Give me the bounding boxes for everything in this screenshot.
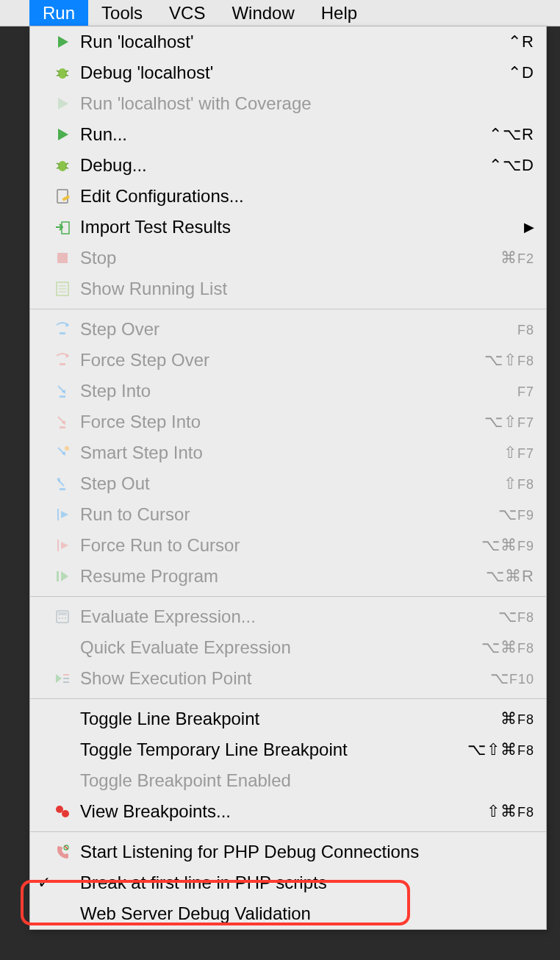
menu-item-label: Smart Step Into <box>80 443 503 463</box>
import-icon <box>52 217 73 237</box>
menubar-help[interactable]: Help <box>308 0 370 26</box>
bug-green-icon <box>52 62 73 83</box>
svg-marker-34 <box>61 511 68 518</box>
menu-item-edit-configurations[interactable]: Edit Configurations... <box>30 181 546 212</box>
svg-point-42 <box>62 617 63 619</box>
svg-point-30 <box>65 446 69 451</box>
menu-item-label: Quick Evaluate Expression <box>80 637 481 658</box>
svg-marker-0 <box>58 36 68 48</box>
menu-item-shortcut: ⌃D <box>508 63 534 82</box>
menu-item-label: View Breakpoints... <box>80 801 487 822</box>
menu-item-label: Step Over <box>80 319 517 340</box>
menu-item-toggle-line-breakpoint[interactable]: Toggle Line Breakpoint⌘F8 <box>30 703 546 734</box>
run-cursor-icon <box>52 504 73 525</box>
menu-item-label: Resume Program <box>80 566 486 587</box>
menu-item-shortcut: ⌥⌘F9 <box>481 536 534 555</box>
menu-item-shortcut: ⌥⇧F7 <box>484 412 534 431</box>
menu-item-shortcut: ⌘F2 <box>500 248 534 268</box>
svg-marker-36 <box>61 542 68 549</box>
menu-item-resume-program: Resume Program⌥⌘R <box>30 561 546 592</box>
svg-rect-14 <box>62 195 70 201</box>
list-faded-icon <box>52 279 73 299</box>
svg-rect-32 <box>60 488 65 490</box>
menu-item-label: Run... <box>80 124 489 145</box>
menu-item-shortcut: ⌥⌘R <box>486 567 534 586</box>
menu-item-label: Run to Cursor <box>80 504 498 525</box>
menu-item-label: Force Step Into <box>80 412 484 432</box>
svg-rect-26 <box>60 395 65 398</box>
menu-item-label: Stop <box>80 248 500 268</box>
force-run-cursor-icon <box>52 535 73 556</box>
stop-faded-icon <box>52 248 73 268</box>
run-menu-dropdown: Run 'localhost'⌃RDebug 'localhost'⌃DRun … <box>29 26 547 930</box>
menu-item-run-localhost[interactable]: Run 'localhost'⌃R <box>30 26 546 57</box>
menu-separator <box>30 596 546 597</box>
menu-item-run-to-cursor: Run to Cursor⌥F9 <box>30 499 546 530</box>
menu-item-start-listening-for-php-debug-connections[interactable]: Start Listening for PHP Debug Connection… <box>30 837 546 867</box>
svg-point-43 <box>65 617 66 619</box>
edit-config-icon <box>52 186 73 207</box>
menu-item-debug[interactable]: Debug...⌃⌥D <box>30 150 546 181</box>
menu-item-toggle-temporary-line-breakpoint[interactable]: Toggle Temporary Line Breakpoint⌥⇧⌘F8 <box>30 734 546 765</box>
menu-item-shortcut: ⌥⇧F8 <box>484 351 534 370</box>
menu-item-shortcut: ⌘F8 <box>500 709 534 728</box>
menu-item-label: Step Out <box>80 473 503 494</box>
menubar-vcs[interactable]: VCS <box>156 0 218 26</box>
svg-rect-16 <box>57 253 68 263</box>
resume-icon <box>52 566 73 587</box>
menu-item-step-over: Step OverF8 <box>30 314 546 345</box>
svg-marker-38 <box>61 571 68 581</box>
menu-item-shortcut: ⌃R <box>508 32 534 51</box>
menu-item-label: Start Listening for PHP Debug Connection… <box>80 842 534 862</box>
menubar-tools[interactable]: Tools <box>88 0 156 26</box>
menu-item-show-running-list: Show Running List <box>30 273 546 304</box>
svg-marker-44 <box>56 674 62 683</box>
no-icon <box>52 770 73 791</box>
menu-item-label: Import Test Results <box>80 217 524 237</box>
smart-step-into-icon <box>52 443 73 463</box>
menu-item-shortcut: ⇧⌘F8 <box>487 802 534 821</box>
menu-item-break-at-first-line-in-php-scripts[interactable]: ✓Break at first line in PHP scripts <box>30 867 546 898</box>
svg-marker-7 <box>58 129 68 140</box>
menu-item-import-test-results[interactable]: Import Test Results▶ <box>30 212 546 243</box>
menu-item-shortcut: ⌥F10 <box>490 669 534 688</box>
menubar: Run Tools VCS Window Help <box>0 0 560 26</box>
menu-item-force-step-into: Force Step Into⌥⇧F7 <box>30 406 546 437</box>
menu-item-shortcut: ⌥⌘F8 <box>481 638 534 657</box>
menu-item-label: Show Running List <box>80 279 534 299</box>
menubar-run[interactable]: Run <box>29 0 88 26</box>
svg-line-5 <box>65 75 68 76</box>
menu-item-shortcut: ⇧F8 <box>503 474 534 493</box>
force-step-into-icon <box>52 412 73 432</box>
menu-item-shortcut: ⌥⇧⌘F8 <box>467 740 534 759</box>
step-out-icon <box>52 473 73 494</box>
menu-item-smart-step-into: Smart Step Into⇧F7 <box>30 437 546 468</box>
breakpoints-icon <box>52 801 73 822</box>
step-over-icon <box>52 319 73 340</box>
menu-item-label: Run 'localhost' <box>80 32 508 52</box>
menu-item-shortcut: ⇧F7 <box>503 443 534 462</box>
menu-item-label: Show Execution Point <box>80 668 490 689</box>
menu-item-label: Break at first line in PHP scripts <box>80 873 534 893</box>
svg-line-12 <box>65 168 68 168</box>
menu-item-debug-localhost[interactable]: Debug 'localhost'⌃D <box>30 57 546 88</box>
phone-icon <box>52 842 73 862</box>
menu-item-web-server-debug-validation[interactable]: Web Server Debug Validation <box>30 898 546 929</box>
step-into-icon <box>52 381 73 401</box>
svg-point-48 <box>56 806 63 813</box>
svg-marker-6 <box>58 98 68 110</box>
menu-item-run-localhost-with-coverage: Run 'localhost' with Coverage <box>30 88 546 119</box>
menu-item-shortcut: ⌥F8 <box>498 607 534 626</box>
menubar-window[interactable]: Window <box>218 0 307 26</box>
submenu-arrow-icon: ▶ <box>524 219 534 235</box>
menu-separator <box>30 698 546 699</box>
menu-item-view-breakpoints[interactable]: View Breakpoints...⇧⌘F8 <box>30 796 546 827</box>
menu-item-quick-evaluate-expression: Quick Evaluate Expression⌥⌘F8 <box>30 632 546 663</box>
svg-rect-13 <box>57 190 68 203</box>
menu-item-run[interactable]: Run...⌃⌥R <box>30 119 546 150</box>
no-icon <box>52 903 73 924</box>
play-green-icon <box>52 32 73 52</box>
svg-point-1 <box>58 68 67 79</box>
check-mark: ✓ <box>36 873 52 892</box>
menu-item-toggle-breakpoint-enabled: Toggle Breakpoint Enabled <box>30 765 546 796</box>
